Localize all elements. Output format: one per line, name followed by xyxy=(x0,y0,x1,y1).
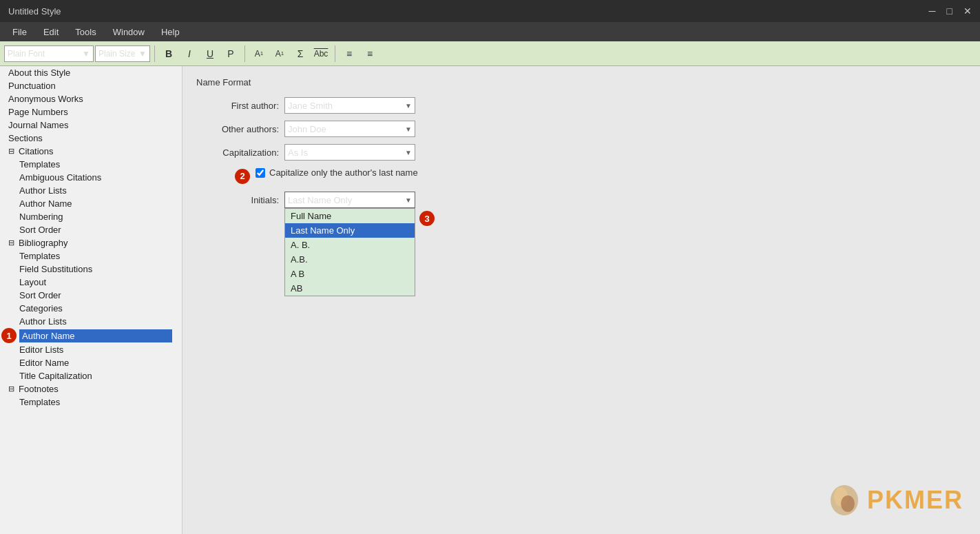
sidebar-item-sections[interactable]: Sections xyxy=(0,132,172,145)
sidebar-item-cit-authorlists-label: Author Lists xyxy=(19,185,67,196)
initials-row: Initials: Last Name Only ▼ Full Name Las… xyxy=(196,192,966,208)
sidebar-item-pagenumbers-label: Page Numbers xyxy=(8,107,68,117)
sidebar-item-bib-authorname-label: Author Name xyxy=(22,331,75,341)
sidebar-item-bib-templates-label: Templates xyxy=(19,251,60,261)
initials-arrow: ▼ xyxy=(405,196,412,204)
other-authors-row: Other authors: John Doe ▼ xyxy=(196,121,966,137)
menu-window[interactable]: Window xyxy=(106,25,152,39)
abc-button[interactable]: Abc xyxy=(311,45,331,62)
minimize-button[interactable]: ─ xyxy=(929,6,936,17)
window-controls[interactable]: ─ □ ✕ xyxy=(929,6,972,17)
sidebar-item-cit-sortorder-label: Sort Order xyxy=(19,225,61,235)
italic-button[interactable]: I xyxy=(180,45,199,62)
sidebar-item-cit-ambiguous-label: Ambiguous Citations xyxy=(19,172,101,183)
first-author-select[interactable]: Jane Smith ▼ xyxy=(284,97,415,114)
align-left-button[interactable]: ≡ xyxy=(340,45,359,62)
initials-option-fullname[interactable]: Full Name xyxy=(285,209,415,223)
sidebar-item-bib-sortorder-label: Sort Order xyxy=(19,290,61,300)
initials-option-ab[interactable]: AB xyxy=(285,281,415,296)
sidebar-item-bib-editorlists[interactable]: Editor Lists xyxy=(0,343,172,356)
bibliography-expand-icon: ⊟ xyxy=(8,238,14,247)
subscript-button[interactable]: A1 xyxy=(270,45,289,62)
sidebar-item-bib-editorlists-label: Editor Lists xyxy=(19,345,63,355)
badge-1: 1 xyxy=(1,328,17,343)
sidebar-item-about[interactable]: About this Style xyxy=(0,66,172,79)
sidebar-item-cit-ambiguous[interactable]: Ambiguous Citations xyxy=(0,171,172,184)
sidebar-item-bib-authorlists[interactable]: Author Lists xyxy=(0,315,172,328)
sidebar-item-about-label: About this Style xyxy=(8,68,70,78)
sidebar-item-anonymous[interactable]: Anonymous Works xyxy=(0,92,172,105)
checkbox-area: 2 Capitalize only the author's last name xyxy=(235,167,966,185)
align-right-button[interactable]: ≡ xyxy=(360,45,379,62)
sidebar-item-bib-titlecap-label: Title Capitalization xyxy=(19,371,92,381)
title-bar: Untitled Style ─ □ ✕ xyxy=(0,0,980,22)
sidebar-item-bib-authorlists-label: Author Lists xyxy=(19,316,67,327)
menu-edit[interactable]: Edit xyxy=(37,25,65,39)
sidebar-item-punctuation-label: Punctuation xyxy=(8,81,56,91)
sidebar-item-footnotes[interactable]: ⊟ Footnotes xyxy=(0,382,172,396)
initials-option-a-b-dot[interactable]: A. B. xyxy=(285,238,415,252)
sidebar-item-bib-sortorder[interactable]: Sort Order xyxy=(0,289,172,302)
capitalization-label: Capitalization: xyxy=(196,147,279,158)
sidebar-item-cit-authorname[interactable]: Author Name xyxy=(0,197,172,210)
initials-option-lastnameonly[interactable]: Last Name Only xyxy=(285,223,415,238)
sidebar-item-cit-sortorder[interactable]: Sort Order xyxy=(0,223,172,236)
first-author-label: First author: xyxy=(196,101,279,111)
menu-file[interactable]: File xyxy=(6,25,34,39)
menu-tools[interactable]: Tools xyxy=(68,25,103,39)
bold-button[interactable]: B xyxy=(159,45,178,62)
badge-3: 3 xyxy=(419,211,435,226)
sigma-button[interactable]: Σ xyxy=(291,45,310,62)
initials-option-a-b[interactable]: A B xyxy=(285,267,415,281)
badge-2: 2 xyxy=(235,169,250,184)
sidebar-item-anonymous-label: Anonymous Works xyxy=(8,94,83,104)
size-select[interactable]: Plain Size ▼ xyxy=(95,45,150,62)
initials-label: Initials: xyxy=(196,195,279,205)
sidebar-item-citations-label: Citations xyxy=(19,146,54,156)
initials-select[interactable]: Last Name Only ▼ xyxy=(284,192,415,208)
font-select[interactable]: Plain Font ▼ xyxy=(4,45,94,62)
sidebar-item-bib-titlecap[interactable]: Title Capitalization xyxy=(0,369,172,382)
capitalize-checkbox-row: Capitalize only the author's last name xyxy=(256,167,418,178)
sidebar-item-fn-templates[interactable]: Templates xyxy=(0,396,172,409)
close-button[interactable]: ✕ xyxy=(963,6,972,17)
sidebar-item-pagenumbers[interactable]: Page Numbers xyxy=(0,105,172,119)
other-authors-select[interactable]: John Doe ▼ xyxy=(284,121,415,137)
sidebar-item-cit-numbering[interactable]: Numbering xyxy=(0,210,172,223)
menu-help[interactable]: Help xyxy=(154,25,187,39)
sidebar-item-bibliography[interactable]: ⊟ Bibliography xyxy=(0,236,172,249)
capitalization-select[interactable]: As Is ▼ xyxy=(284,144,415,161)
sidebar-item-bib-authorname[interactable]: Author Name xyxy=(19,329,172,342)
capitalize-checkbox-label: Capitalize only the author's last name xyxy=(269,167,418,178)
footnotes-expand-icon: ⊟ xyxy=(8,384,14,393)
sidebar-item-bib-templates[interactable]: Templates xyxy=(0,249,172,263)
sidebar-item-bib-categories-label: Categories xyxy=(19,303,63,314)
sidebar-item-bib-fieldsub-label: Field Substitutions xyxy=(19,264,92,274)
sidebar-item-cit-templates-label: Templates xyxy=(19,159,60,170)
font-select-arrow: ▼ xyxy=(82,49,90,59)
maximize-button[interactable]: □ xyxy=(947,6,952,17)
sidebar-item-citations[interactable]: ⊟ Citations xyxy=(0,145,172,158)
superscript-button[interactable]: A1 xyxy=(249,45,269,62)
toolbar-separator-3 xyxy=(335,45,335,62)
underline-button[interactable]: U xyxy=(200,45,220,62)
section-title: Name Format xyxy=(196,77,966,88)
content-area: Name Format First author: Jane Smith ▼ O… xyxy=(183,66,980,534)
sidebar-item-journalnames[interactable]: Journal Names xyxy=(0,119,172,132)
sidebar-item-cit-templates[interactable]: Templates xyxy=(0,158,172,171)
plain-button[interactable]: P xyxy=(221,45,240,62)
capitalization-arrow: ▼ xyxy=(405,149,412,156)
first-author-arrow: ▼ xyxy=(405,102,412,110)
sidebar-item-cit-authorlists[interactable]: Author Lists xyxy=(0,184,172,197)
first-author-row: First author: Jane Smith ▼ xyxy=(196,97,966,114)
sidebar-item-bib-editorname[interactable]: Editor Name xyxy=(0,356,172,369)
capitalize-checkbox[interactable] xyxy=(256,168,265,178)
initials-option-ab-dot[interactable]: A.B. xyxy=(285,252,415,267)
font-select-label: Plain Font xyxy=(8,49,45,59)
citations-expand-icon: ⊟ xyxy=(8,147,14,156)
sidebar-item-bib-fieldsub[interactable]: Field Substitutions xyxy=(0,263,172,276)
sidebar-item-bib-categories[interactable]: Categories xyxy=(0,302,172,315)
main-layout: About this Style Punctuation Anonymous W… xyxy=(0,66,980,534)
sidebar-item-bib-layout[interactable]: Layout xyxy=(0,276,172,289)
sidebar-item-punctuation[interactable]: Punctuation xyxy=(0,79,172,92)
